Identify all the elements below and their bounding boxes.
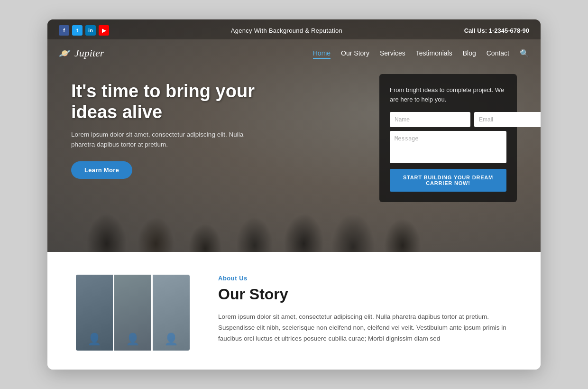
- hero-section: f t in ▶ Agency With Background & Reputa…: [47, 19, 541, 252]
- nav-contact[interactable]: Contact: [487, 49, 509, 57]
- linkedin-icon[interactable]: in: [85, 25, 96, 36]
- about-label: About Us: [218, 275, 512, 282]
- twitter-icon[interactable]: t: [72, 25, 83, 36]
- nav-blog[interactable]: Blog: [463, 49, 476, 57]
- form-name-email-row: [390, 112, 506, 127]
- about-images: [76, 275, 199, 351]
- hero-subtext: Lorem ipsum dolor sit amet, consectetur …: [71, 130, 247, 150]
- logo[interactable]: 🪐 Jupiter: [59, 47, 104, 59]
- nav-home[interactable]: Home: [313, 49, 331, 59]
- photo-strip-2: [114, 275, 151, 351]
- hero-headline: It's time to bring your ideas alive: [71, 81, 270, 122]
- form-description: From bright ideas to complete project. W…: [390, 85, 506, 104]
- logo-text: Jupiter: [74, 47, 104, 59]
- hero-content: It's time to bring your ideas alive Lore…: [71, 81, 270, 179]
- submit-button[interactable]: START BUILDING YOUR DREAM CARRIER NOW!: [390, 169, 506, 192]
- youtube-icon[interactable]: ▶: [99, 25, 109, 36]
- nav-our-story[interactable]: Our Story: [341, 49, 369, 57]
- about-section: About Us Our Story Lorem ipsum dolor sit…: [47, 252, 541, 370]
- email-input[interactable]: [474, 112, 541, 127]
- photo-collage: [76, 275, 190, 351]
- about-title: Our Story: [218, 286, 512, 303]
- learn-more-button[interactable]: Learn More: [71, 161, 132, 179]
- photo-strip-3: [153, 275, 190, 351]
- nav-links: Home Our Story Services Testimonials Blo…: [313, 49, 529, 58]
- navigation-bar: 🪐 Jupiter Home Our Story Services Testim…: [47, 42, 541, 64]
- top-bar: f t in ▶ Agency With Background & Reputa…: [47, 19, 541, 39]
- phone-number: Call Us: 1-2345-678-90: [464, 27, 529, 34]
- about-body: Lorem ipsum dolor sit amet, consectetur …: [218, 312, 512, 344]
- tagline: Agency With Background & Reputation: [231, 27, 342, 34]
- facebook-icon[interactable]: f: [59, 25, 69, 36]
- search-icon[interactable]: 🔍: [520, 49, 529, 57]
- browser-frame: f t in ▶ Agency With Background & Reputa…: [47, 19, 541, 370]
- nav-testimonials[interactable]: Testimonials: [416, 49, 452, 57]
- about-text: About Us Our Story Lorem ipsum dolor sit…: [218, 275, 512, 351]
- social-icons-group: f t in ▶: [59, 25, 109, 36]
- nav-services[interactable]: Services: [380, 49, 405, 57]
- contact-form-card: From bright ideas to complete project. W…: [379, 74, 517, 202]
- photo-strip-1: [76, 275, 113, 351]
- logo-icon: 🪐: [59, 47, 71, 59]
- name-input[interactable]: [390, 112, 470, 127]
- message-textarea[interactable]: [390, 131, 506, 163]
